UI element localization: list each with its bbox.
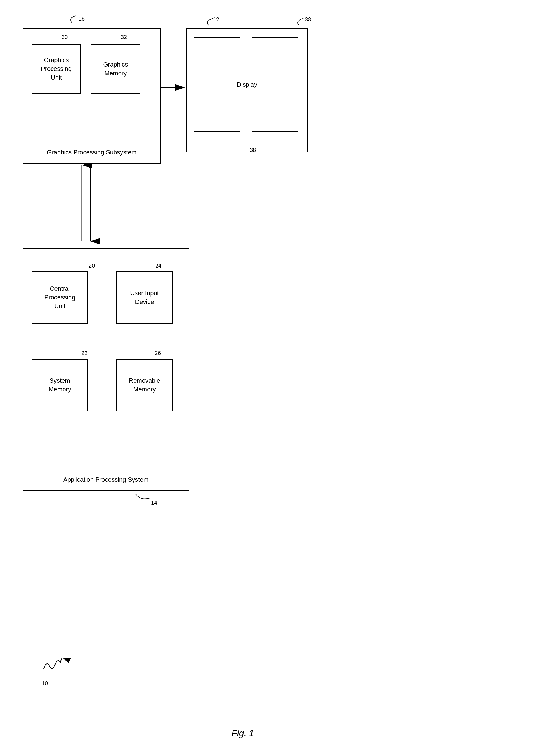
display-quadrant-bl <box>194 91 241 132</box>
ref-30: 30 <box>61 34 68 40</box>
display-quadrant-tl <box>194 37 241 78</box>
ref-38-bottom: 38 <box>250 147 256 153</box>
user-input-box: User InputDevice <box>116 272 173 324</box>
graphics-subsystem-label: Graphics Processing Subsystem <box>23 149 160 156</box>
display-outer-box: Display <box>186 28 308 152</box>
figure-label: Fig. 1 <box>231 728 254 739</box>
ref-12: 12 <box>213 16 219 23</box>
display-label: Display <box>187 81 307 88</box>
diagram: GraphicsProcessingUnit GraphicsMemory Gr… <box>0 0 536 756</box>
system-memory-box: SystemMemory <box>32 359 88 411</box>
cpu-label: CentralProcessingUnit <box>45 284 75 311</box>
ref-14: 14 <box>151 500 157 506</box>
user-input-label: User InputDevice <box>130 289 159 307</box>
ref-22: 22 <box>81 350 87 356</box>
svg-line-6 <box>60 658 62 663</box>
graphics-subsystem-box: GraphicsProcessingUnit GraphicsMemory Gr… <box>22 28 161 164</box>
system-memory-label: SystemMemory <box>49 377 71 394</box>
ref-38-top: 38 <box>305 16 311 23</box>
app-processing-label: Application Processing System <box>23 476 188 483</box>
display-quadrant-br <box>252 91 298 132</box>
gpu-label: GraphicsProcessingUnit <box>41 56 72 82</box>
removable-memory-box: RemovableMemory <box>116 359 173 411</box>
ref-24: 24 <box>155 262 161 269</box>
ref-10: 10 <box>42 680 48 687</box>
ref-16: 16 <box>79 16 85 22</box>
graphics-memory-box: GraphicsMemory <box>91 44 140 94</box>
display-quadrant-tr <box>252 37 298 78</box>
cpu-box: CentralProcessingUnit <box>32 272 88 324</box>
ref-20: 20 <box>89 262 95 269</box>
ref-26: 26 <box>155 350 161 356</box>
app-processing-box: CentralProcessingUnit User InputDevice S… <box>22 248 189 491</box>
removable-memory-label: RemovableMemory <box>129 377 160 394</box>
graphics-memory-label: GraphicsMemory <box>103 60 128 78</box>
gpu-box: GraphicsProcessingUnit <box>32 44 81 94</box>
ref-32: 32 <box>121 34 127 40</box>
